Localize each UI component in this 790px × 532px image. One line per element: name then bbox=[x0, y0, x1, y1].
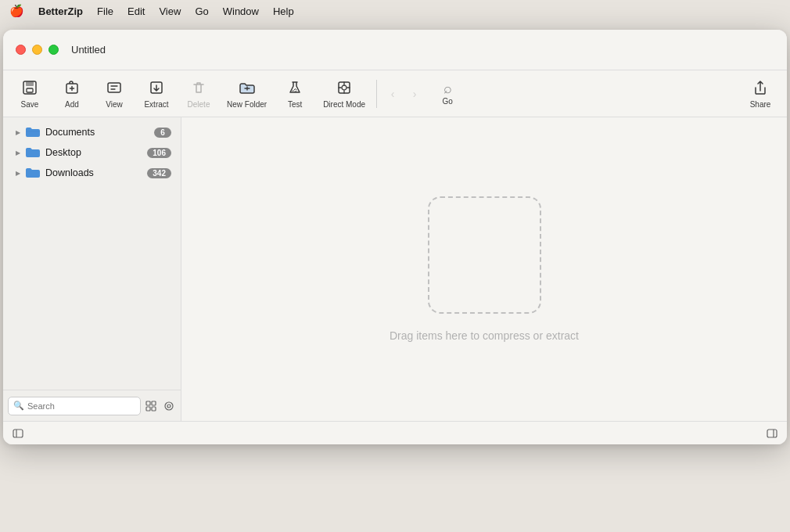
add-button[interactable]: Add bbox=[52, 74, 92, 114]
content-area: Drag items here to compress or extract bbox=[181, 117, 787, 421]
search-wrapper: 🔍 bbox=[8, 397, 141, 415]
delete-icon bbox=[190, 79, 207, 99]
drop-hint: Drag items here to compress or extract bbox=[390, 329, 579, 342]
svg-rect-15 bbox=[767, 430, 777, 437]
sidebar: ▶ Documents 6 ▶ bbox=[3, 117, 181, 421]
svg-rect-11 bbox=[152, 407, 156, 411]
menubar-view[interactable]: View bbox=[159, 5, 181, 17]
menubar-window[interactable]: Window bbox=[223, 5, 259, 17]
view-icon bbox=[106, 79, 123, 99]
share-button[interactable]: Share bbox=[740, 74, 781, 114]
toolbar-separator bbox=[376, 80, 377, 108]
menubar-app-name[interactable]: BetterZip bbox=[38, 5, 83, 17]
disclosure-triangle-desktop: ▶ bbox=[13, 147, 23, 158]
go-button[interactable]: ⌕ Go bbox=[427, 74, 468, 114]
sidebar-grid-button[interactable] bbox=[144, 397, 159, 415]
window-title: Untitled bbox=[71, 44, 106, 56]
menubar-edit[interactable]: Edit bbox=[127, 5, 145, 17]
go-label: Go bbox=[442, 97, 452, 106]
direct-mode-label: Direct Mode bbox=[323, 100, 365, 109]
svg-rect-4 bbox=[108, 83, 120, 92]
test-icon bbox=[286, 79, 303, 99]
apple-menu[interactable]: 🍎 bbox=[9, 4, 24, 18]
sidebar-item-desktop[interactable]: ▶ Desktop 106 bbox=[6, 142, 178, 163]
new-folder-button[interactable]: New Folder bbox=[221, 74, 273, 114]
new-folder-icon bbox=[238, 79, 257, 99]
delete-button[interactable]: Delete bbox=[178, 74, 219, 114]
share-icon bbox=[752, 79, 768, 99]
share-label: Share bbox=[750, 100, 771, 109]
svg-point-12 bbox=[165, 402, 173, 410]
sidebar-item-documents[interactable]: ▶ Documents 6 bbox=[6, 122, 178, 142]
svg-rect-8 bbox=[146, 401, 150, 405]
downloads-label: Downloads bbox=[45, 167, 147, 178]
sidebar-item-downloads[interactable]: ▶ Downloads 342 bbox=[6, 163, 178, 183]
main-window: Untitled Save bbox=[3, 30, 787, 444]
svg-rect-9 bbox=[152, 401, 156, 405]
disclosure-triangle-downloads: ▶ bbox=[13, 167, 23, 178]
sidebar-preview-button[interactable] bbox=[162, 397, 177, 415]
drop-zone[interactable] bbox=[428, 196, 541, 314]
sidebar-toggle-button[interactable] bbox=[9, 425, 27, 442]
main-area: ▶ Documents 6 ▶ bbox=[3, 117, 787, 421]
back-button[interactable]: ‹ bbox=[382, 83, 404, 105]
save-label: Save bbox=[21, 100, 39, 109]
svg-point-13 bbox=[167, 404, 171, 408]
disclosure-triangle-documents: ▶ bbox=[13, 127, 23, 138]
menubar-go[interactable]: Go bbox=[195, 5, 208, 17]
sidebar-bottom: 🔍 bbox=[3, 390, 181, 421]
desktop-badge: 106 bbox=[147, 148, 171, 158]
extract-icon bbox=[148, 79, 165, 99]
window-wrapper: Untitled Save bbox=[0, 22, 790, 532]
view-button[interactable]: View bbox=[94, 74, 135, 114]
delete-label: Delete bbox=[188, 100, 210, 109]
menubar: 🍎 BetterZip File Edit View Go Window Hel… bbox=[0, 0, 790, 22]
direct-mode-icon bbox=[336, 79, 353, 99]
svg-rect-10 bbox=[146, 407, 150, 411]
traffic-lights bbox=[16, 45, 59, 55]
maximize-button[interactable] bbox=[48, 45, 59, 55]
svg-point-7 bbox=[342, 85, 347, 90]
new-folder-label: New Folder bbox=[227, 100, 267, 109]
add-label: Add bbox=[65, 100, 79, 109]
direct-mode-button[interactable]: Direct Mode bbox=[317, 74, 372, 114]
view-label: View bbox=[106, 100, 123, 109]
menubar-help[interactable]: Help bbox=[273, 5, 294, 17]
svg-rect-1 bbox=[26, 81, 34, 86]
window-bottom bbox=[3, 421, 787, 444]
add-icon bbox=[63, 79, 81, 99]
desktop-label: Desktop bbox=[45, 147, 147, 158]
downloads-folder-icon bbox=[25, 167, 41, 179]
forward-button[interactable]: › bbox=[404, 83, 426, 105]
svg-rect-2 bbox=[27, 88, 33, 92]
toolbar: Save Add bbox=[3, 70, 787, 117]
desktop-folder-icon bbox=[25, 146, 41, 159]
save-icon bbox=[21, 79, 38, 99]
panel-toggle-button[interactable] bbox=[763, 425, 781, 442]
nav-buttons: ‹ › bbox=[382, 83, 426, 105]
test-label: Test bbox=[288, 100, 302, 109]
documents-label: Documents bbox=[45, 127, 154, 138]
extract-label: Extract bbox=[144, 100, 168, 109]
sidebar-content: ▶ Documents 6 ▶ bbox=[3, 117, 181, 390]
documents-folder-icon bbox=[25, 126, 41, 138]
search-icon: 🔍 bbox=[13, 401, 24, 411]
go-icon: ⌕ bbox=[443, 81, 452, 95]
titlebar: Untitled bbox=[3, 30, 787, 70]
save-button[interactable]: Save bbox=[9, 74, 50, 114]
extract-button[interactable]: Extract bbox=[136, 74, 177, 114]
documents-badge: 6 bbox=[154, 128, 171, 138]
svg-rect-14 bbox=[13, 430, 23, 437]
search-input[interactable] bbox=[27, 401, 135, 411]
menubar-file[interactable]: File bbox=[97, 5, 113, 17]
minimize-button[interactable] bbox=[32, 45, 42, 55]
test-button[interactable]: Test bbox=[275, 74, 315, 114]
downloads-badge: 342 bbox=[147, 168, 171, 178]
close-button[interactable] bbox=[16, 45, 26, 55]
